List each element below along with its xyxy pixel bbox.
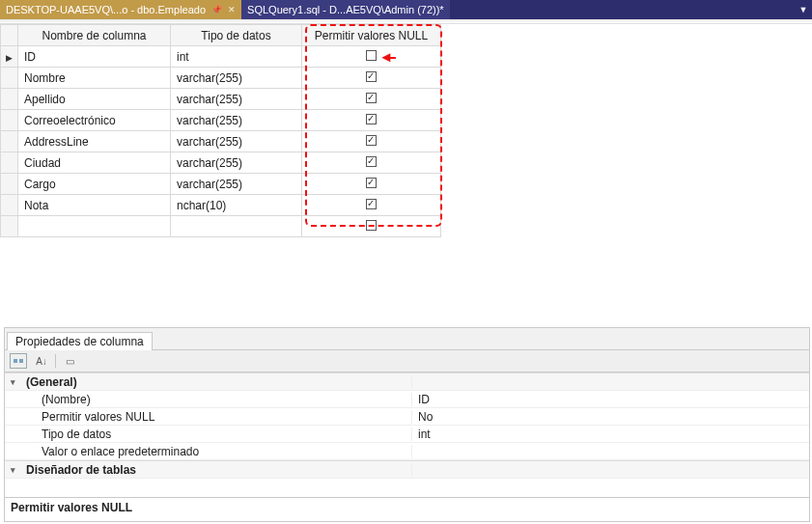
col-header-nulls[interactable]: Permitir valores NULL bbox=[302, 25, 441, 46]
column-grid: Nombre de columna Tipo de datos Permitir… bbox=[0, 24, 812, 237]
cell-name[interactable]: Correoelectrónico bbox=[18, 110, 171, 131]
tab-query[interactable]: SQLQuery1.sql - D...AE5VQ\Admin (72))* bbox=[241, 0, 450, 19]
prop-name: Tipo de datos bbox=[20, 427, 412, 441]
cell-type[interactable]: varchar(255) bbox=[171, 89, 302, 110]
prop-row[interactable]: (Nombre) ID bbox=[5, 391, 809, 408]
close-icon[interactable]: ✕ bbox=[228, 5, 236, 14]
prop-name: Permitir valores NULL bbox=[20, 410, 412, 424]
categorized-icon[interactable] bbox=[9, 352, 28, 370]
cell-name[interactable]: ID bbox=[18, 46, 171, 68]
tab-label: SQLQuery1.sql - D...AE5VQ\Admin (72))* bbox=[247, 4, 444, 15]
table-row[interactable]: AddressLine varchar(255) bbox=[1, 131, 441, 152]
prop-row[interactable]: Permitir valores NULL No bbox=[5, 408, 809, 426]
property-pages-icon[interactable]: ▭ bbox=[60, 352, 79, 370]
properties-description: Permitir valores NULL bbox=[5, 497, 809, 521]
row-selector-icon: ▶ bbox=[6, 53, 13, 63]
expand-icon[interactable]: ▾ bbox=[5, 377, 20, 387]
prop-name: (Nombre) bbox=[20, 393, 412, 406]
cell-type[interactable]: varchar(255) bbox=[171, 68, 302, 89]
expand-icon[interactable]: ▾ bbox=[5, 465, 20, 475]
null-checkbox[interactable] bbox=[366, 199, 377, 209]
null-checkbox[interactable] bbox=[366, 178, 377, 188]
prop-category[interactable]: ▾ Diseñador de tablas bbox=[5, 460, 809, 479]
prop-value[interactable]: int bbox=[412, 427, 809, 441]
table-row[interactable]: Ciudad varchar(255) bbox=[1, 152, 441, 174]
table-row[interactable]: ▶ ID int bbox=[1, 46, 441, 68]
col-header-type[interactable]: Tipo de datos bbox=[171, 25, 302, 46]
prop-value[interactable]: ID bbox=[412, 393, 809, 406]
prop-category[interactable]: ▾ (General) bbox=[5, 372, 809, 391]
table-row[interactable]: Nota nchar(10) bbox=[1, 195, 441, 216]
null-checkbox[interactable] bbox=[366, 135, 377, 146]
prop-row[interactable]: Tipo de datos int bbox=[5, 426, 809, 443]
null-checkbox[interactable] bbox=[366, 156, 377, 167]
alphabetical-icon[interactable]: A↓ bbox=[32, 352, 51, 370]
null-checkbox[interactable] bbox=[366, 93, 377, 103]
cell-type[interactable]: varchar(255) bbox=[171, 152, 302, 174]
table-row[interactable]: Apellido varchar(255) bbox=[1, 89, 441, 110]
null-checkbox[interactable] bbox=[366, 114, 377, 124]
cell-name[interactable]: Nota bbox=[18, 195, 171, 216]
prop-name: Valor o enlace predeterminado bbox=[20, 445, 412, 458]
cell-type[interactable]: varchar(255) bbox=[171, 174, 302, 195]
cell-name[interactable]: Cargo bbox=[18, 174, 171, 195]
cell-name[interactable]: Apellido bbox=[18, 89, 171, 110]
cell-type[interactable]: int bbox=[171, 46, 302, 68]
tab-overflow-icon[interactable]: ▼ bbox=[795, 0, 812, 19]
prop-row[interactable]: Valor o enlace predeterminado bbox=[5, 443, 809, 460]
tab-designer[interactable]: DESKTOP-UAAE5VQ\...o - dbo.Empleado 📌 ✕ bbox=[0, 0, 241, 19]
tab-label: DESKTOP-UAAE5VQ\...o - dbo.Empleado bbox=[6, 4, 206, 15]
cell-type[interactable]: nchar(10) bbox=[171, 195, 302, 216]
cell-type[interactable]: varchar(255) bbox=[171, 131, 302, 152]
properties-panel: Propiedades de columna A↓ ▭ ▾ (General) … bbox=[4, 327, 810, 522]
properties-toolbar: A↓ ▭ bbox=[5, 350, 809, 372]
table-row[interactable]: Cargo varchar(255) bbox=[1, 174, 441, 195]
cell-type[interactable]: varchar(255) bbox=[171, 110, 302, 131]
cell-name[interactable]: AddressLine bbox=[18, 131, 171, 152]
prop-value[interactable]: No bbox=[412, 410, 809, 424]
properties-tab[interactable]: Propiedades de columna bbox=[7, 332, 153, 350]
cell-name[interactable]: Ciudad bbox=[18, 152, 171, 174]
null-checkbox[interactable] bbox=[366, 50, 377, 61]
table-row[interactable]: Nombre varchar(255) bbox=[1, 68, 441, 89]
cell-name[interactable]: Nombre bbox=[18, 68, 171, 89]
table-row-new[interactable] bbox=[1, 216, 441, 237]
pin-icon[interactable]: 📌 bbox=[211, 5, 222, 14]
col-header-name[interactable]: Nombre de columna bbox=[18, 25, 171, 46]
table-row[interactable]: Correoelectrónico varchar(255) bbox=[1, 110, 441, 131]
null-checkbox[interactable] bbox=[366, 71, 377, 82]
tab-bar: DESKTOP-UAAE5VQ\...o - dbo.Empleado 📌 ✕ … bbox=[0, 0, 812, 19]
properties-grid: ▾ (General) (Nombre) ID Permitir valores… bbox=[5, 372, 809, 497]
null-checkbox[interactable] bbox=[366, 220, 377, 231]
